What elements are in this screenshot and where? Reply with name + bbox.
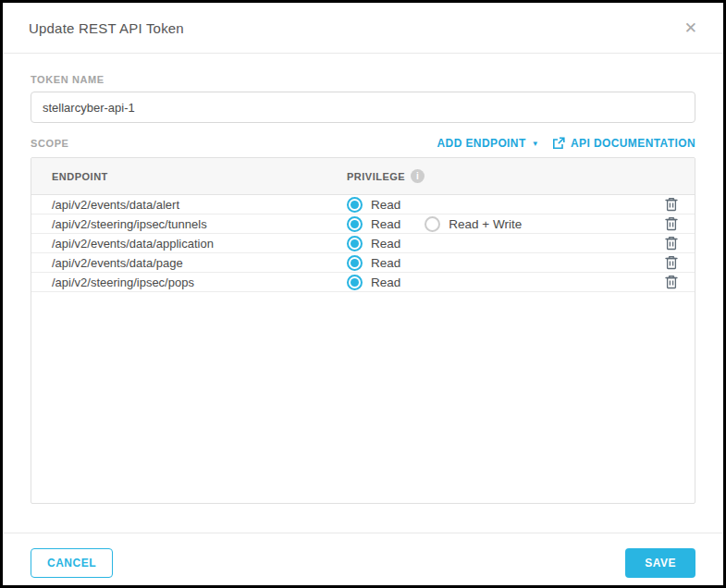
- privilege-radio[interactable]: Read: [347, 197, 400, 213]
- delete-endpoint-button[interactable]: [663, 273, 680, 291]
- chevron-down-icon: ▼: [532, 140, 539, 148]
- privilege-options: ReadRead + Write: [347, 216, 652, 232]
- table-header-row: ENDPOINT PRIVILEGE i: [31, 158, 695, 195]
- privilege-options: Read: [347, 236, 652, 251]
- privilege-radio[interactable]: Read: [347, 275, 400, 290]
- scope-label: SCOPE: [31, 138, 69, 149]
- privilege-radio[interactable]: Read: [347, 255, 400, 271]
- privilege-column-header: PRIVILEGE i: [347, 169, 652, 183]
- token-name-label: TOKEN NAME: [31, 74, 695, 85]
- add-endpoint-label: ADD ENDPOINT: [437, 137, 526, 150]
- endpoint-path: /api/v2/events/data/page: [31, 256, 347, 270]
- table-row: /api/v2/events/data/alert Read: [31, 195, 695, 214]
- table-row: /api/v2/steering/ipsec/tunnels ReadRead …: [31, 214, 695, 234]
- privilege-radio-label: Read: [371, 276, 400, 289]
- endpoint-path: /api/v2/events/data/alert: [31, 198, 347, 212]
- delete-endpoint-button[interactable]: [663, 195, 680, 214]
- scope-links: ADD ENDPOINT ▼ API DOCUMENTATION: [437, 137, 695, 150]
- endpoint-path: /api/v2/steering/ipsec/pops: [31, 276, 347, 289]
- scope-table: ENDPOINT PRIVILEGE i /api/v2/events/data…: [31, 157, 695, 504]
- token-name-input[interactable]: [31, 92, 695, 123]
- table-row: /api/v2/events/data/page Read: [31, 253, 695, 273]
- privilege-options: Read: [347, 275, 652, 290]
- delete-endpoint-button[interactable]: [663, 214, 680, 233]
- privilege-header-label: PRIVILEGE: [347, 171, 405, 182]
- update-rest-api-token-dialog: Update REST API Token ✕ TOKEN NAME SCOPE…: [0, 0, 726, 588]
- radio-selected-icon: [347, 236, 363, 251]
- add-endpoint-button[interactable]: ADD ENDPOINT ▼: [437, 137, 539, 150]
- scope-row: SCOPE ADD ENDPOINT ▼ API DOCUMENTATION: [31, 137, 695, 150]
- privilege-radio-label: Read: [371, 256, 400, 270]
- privilege-radio-label: Read + Write: [449, 217, 522, 231]
- trash-icon: [665, 278, 678, 292]
- dialog-footer: CANCEL SAVE: [3, 533, 723, 585]
- trash-icon: [665, 259, 678, 273]
- privilege-options: Read: [347, 197, 652, 213]
- cancel-button[interactable]: CANCEL: [31, 548, 113, 578]
- endpoint-path: /api/v2/events/data/application: [31, 237, 347, 251]
- privilege-options: Read: [347, 255, 652, 271]
- radio-selected-icon: [347, 255, 363, 271]
- close-icon: ✕: [684, 19, 697, 37]
- privilege-radio-label: Read: [371, 237, 400, 251]
- api-documentation-label: API DOCUMENTATION: [571, 137, 695, 150]
- privilege-radio-label: Read: [371, 198, 400, 212]
- table-row: /api/v2/steering/ipsec/pops Read: [31, 273, 695, 292]
- endpoint-path: /api/v2/steering/ipsec/tunnels: [31, 217, 347, 231]
- trash-icon: [665, 239, 678, 253]
- external-link-icon: [552, 137, 565, 150]
- privilege-radio[interactable]: Read + Write: [425, 216, 522, 232]
- dialog-header: Update REST API Token ✕: [3, 3, 723, 54]
- radio-unselected-icon: [425, 216, 440, 232]
- delete-endpoint-button[interactable]: [663, 234, 680, 252]
- close-button[interactable]: ✕: [684, 20, 697, 36]
- trash-icon: [665, 201, 678, 214]
- endpoint-column-header: ENDPOINT: [31, 171, 347, 182]
- privilege-radio-label: Read: [371, 217, 400, 231]
- radio-selected-icon: [347, 197, 363, 213]
- privilege-radio[interactable]: Read: [347, 216, 400, 232]
- radio-selected-icon: [347, 216, 363, 232]
- dialog-body: TOKEN NAME SCOPE ADD ENDPOINT ▼: [3, 54, 723, 533]
- radio-selected-icon: [347, 275, 363, 290]
- privilege-radio[interactable]: Read: [347, 236, 400, 251]
- trash-icon: [665, 220, 678, 234]
- table-rows: /api/v2/events/data/alert Read /api/v2/s…: [31, 195, 695, 292]
- dialog-title: Update REST API Token: [29, 20, 184, 36]
- api-documentation-link[interactable]: API DOCUMENTATION: [552, 137, 695, 150]
- info-icon[interactable]: i: [411, 169, 425, 183]
- delete-endpoint-button[interactable]: [663, 253, 680, 272]
- table-row: /api/v2/events/data/application Read: [31, 234, 695, 253]
- save-button[interactable]: SAVE: [625, 548, 695, 578]
